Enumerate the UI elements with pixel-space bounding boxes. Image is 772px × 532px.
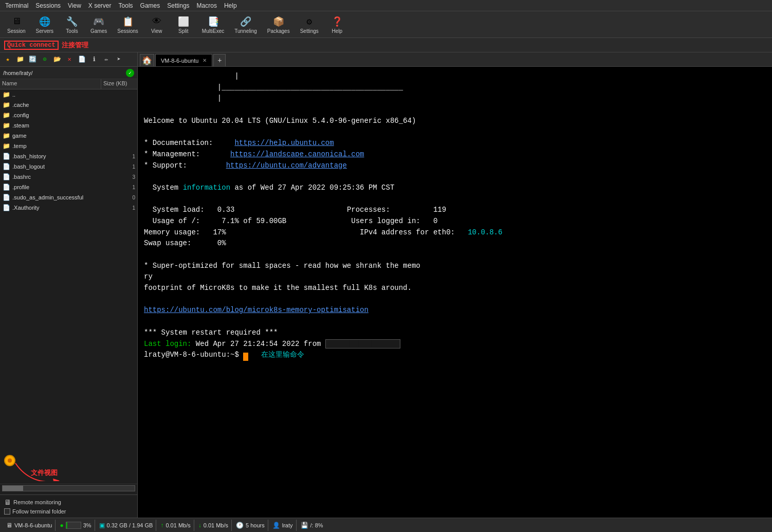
status-download: ↓ 0.01 Mb/s	[195, 520, 232, 531]
terminal-content[interactable]: | |_____________________________________…	[138, 67, 772, 518]
swap-val: 0%	[217, 239, 226, 247]
horizontal-scrollbar[interactable]	[2, 485, 135, 491]
terminal-panel: 🏠 VM-8-6-ubuntu ✕ + | |_________________…	[138, 52, 772, 518]
sidebar-open-btn[interactable]: 📂	[51, 54, 63, 65]
servers-icon: 🌐	[39, 15, 51, 28]
sidebar-delete-btn[interactable]: ✕	[64, 54, 75, 65]
users-label: Users logged in:	[351, 217, 420, 225]
toolbar-settings[interactable]: ⚙ Settings	[297, 14, 322, 35]
menu-sessions[interactable]: Sessions	[32, 1, 64, 10]
terminal-tab[interactable]: VM-8-6-ubuntu ✕	[155, 54, 212, 66]
tab-bar: 🏠 VM-8-6-ubuntu ✕ +	[138, 52, 772, 67]
mgmt-url[interactable]: https://landscape.canonical.com	[230, 150, 364, 158]
file-icon: 📄	[2, 183, 10, 191]
toolbar-servers[interactable]: 🌐 Servers	[33, 14, 57, 35]
term-restart: *** System restart required ***	[144, 327, 766, 339]
menu-settings[interactable]: Settings	[164, 1, 192, 10]
vm-icon: 🖥	[6, 522, 12, 529]
toolbar-sessions[interactable]: 📋 Sessions	[114, 14, 141, 35]
supopt-text1: * Super-optimized for small spaces - rea…	[144, 262, 420, 270]
file-item-bashrc[interactable]: 📄 .bashrc 3	[0, 172, 137, 182]
toolbar-help[interactable]: ❓ Help	[326, 14, 348, 35]
microk8s-url[interactable]: https://ubuntu.com/blog/microk8s-memory-…	[144, 306, 369, 314]
file-name: .sudo_as_admin_successful	[12, 194, 99, 200]
restart-msg: *** System restart required ***	[144, 328, 278, 337]
file-item-bash-logout[interactable]: 📄 .bash_logout 1	[0, 161, 137, 172]
sidebar-prop-btn[interactable]: ℹ	[88, 54, 100, 65]
sidebar-copy-btn[interactable]: 📄	[76, 54, 87, 65]
menu-macros[interactable]: Macros	[194, 1, 220, 10]
file-item-bash-history[interactable]: 📄 .bash_history 1	[0, 151, 137, 161]
file-item-config[interactable]: 📁 .config	[0, 110, 137, 120]
follow-folder-option[interactable]: Follow terminal folder	[4, 507, 133, 516]
term-mgmt: * Management: https://landscape.canonica…	[144, 149, 766, 160]
sidebar: ★ 📁 🔄 ⊙ 📂 ✕ 📄 ℹ ✏ ➤ /home/lraty/ ✓ Name …	[0, 52, 138, 518]
file-item-cache[interactable]: 📁 .cache	[0, 100, 137, 110]
file-item-parent[interactable]: 📁 ..	[0, 89, 137, 100]
new-tab-btn[interactable]: +	[213, 54, 226, 66]
connect-management-label: 注接管理	[62, 41, 88, 50]
support-url[interactable]: https://ubuntu.com/advantage	[226, 161, 347, 170]
file-name: .config	[12, 112, 99, 118]
menu-terminal[interactable]: Terminal	[2, 1, 31, 10]
games-label: Games	[90, 28, 107, 34]
cursor	[243, 353, 248, 361]
term-line-art1: |	[144, 71, 766, 82]
download-icon: ↓	[198, 522, 201, 529]
file-name: .bash_history	[12, 153, 99, 159]
mgmt-label: * Management:	[144, 150, 200, 158]
download-text: 0.01 Mb/s	[204, 522, 228, 528]
status-uptime: 🕐 5 hours	[233, 520, 268, 531]
menu-view[interactable]: View	[65, 1, 84, 10]
sidebar-home-btn[interactable]: ⊙	[39, 54, 50, 65]
cpu-bar	[66, 522, 81, 529]
file-size: 1	[99, 205, 135, 211]
doc-label: * Documentation:	[144, 139, 213, 147]
toolbar-multiexec[interactable]: 📑 MultiExec	[199, 14, 227, 35]
settings-icon: ⚙	[303, 15, 316, 28]
toolbar-split[interactable]: ⬜ Split	[172, 14, 195, 35]
menu-xserver[interactable]: X server	[85, 1, 115, 10]
annotation-area: 文件视图	[0, 453, 137, 484]
scroll-thumb	[3, 486, 23, 491]
menu-help[interactable]: Help	[221, 1, 240, 10]
file-item-profile[interactable]: 📄 .profile 1	[0, 182, 137, 192]
menu-tools[interactable]: Tools	[116, 1, 136, 10]
usage-label: Usage of /:	[144, 217, 200, 225]
file-icon: 📄	[2, 173, 10, 181]
tab-close-btn[interactable]: ✕	[203, 58, 207, 63]
sidebar-arrow-btn[interactable]: ➤	[113, 54, 124, 65]
sysinfo-prefix: System	[144, 184, 183, 192]
term-sysinfo: System information as of Wed 27 Apr 2022…	[144, 182, 766, 194]
sidebar-refresh-btn[interactable]: 🔄	[27, 54, 38, 65]
file-item-steam[interactable]: 📁 .steam	[0, 120, 137, 131]
toolbar-tunneling[interactable]: 🔗 Tunneling	[231, 14, 260, 35]
tab-label: VM-8-6-ubuntu	[161, 58, 198, 64]
folder-icon: 📁	[2, 101, 10, 109]
file-item-game[interactable]: 📁 game	[0, 131, 137, 141]
servers-label: Servers	[36, 28, 53, 34]
games-icon: 🎮	[93, 15, 105, 28]
follow-folder-checkbox[interactable]	[4, 508, 10, 515]
file-item-temp[interactable]: 📁 .temp	[0, 141, 137, 151]
file-item-xauthority[interactable]: 📄 .Xauthority 1	[0, 203, 137, 213]
remote-monitoring-option[interactable]: 🖥 Remote monitoring	[4, 497, 133, 507]
menu-games[interactable]: Games	[137, 1, 163, 10]
toolbar-tools[interactable]: 🔧 Tools	[61, 14, 83, 35]
toolbar-games[interactable]: 🎮 Games	[87, 14, 110, 35]
toolbar-view[interactable]: 👁 View	[145, 14, 168, 35]
status-cpu: ● 3%	[57, 520, 95, 531]
sidebar-folder-btn[interactable]: 📁	[14, 54, 26, 65]
quickconnect-label[interactable]: Quick connect	[4, 41, 59, 50]
toolbar-session[interactable]: 🖥 Session	[4, 14, 29, 35]
sidebar-edit-btn[interactable]: ✏	[101, 54, 112, 65]
connection-status: ✓	[126, 69, 134, 77]
toolbar-packages[interactable]: 📦 Packages	[264, 14, 293, 35]
tab-home-btn[interactable]: 🏠	[140, 54, 154, 66]
term-supopt1: * Super-optimized for small spaces - rea…	[144, 261, 766, 272]
sidebar-star-btn[interactable]: ★	[2, 54, 13, 65]
doc-url[interactable]: https://help.ubuntu.com	[234, 139, 334, 147]
view-label: View	[151, 28, 162, 34]
term-welcome: Welcome to Ubuntu 20.04 LTS (GNU/Linux 5…	[144, 116, 766, 127]
file-item-sudo[interactable]: 📄 .sudo_as_admin_successful 0	[0, 192, 137, 203]
